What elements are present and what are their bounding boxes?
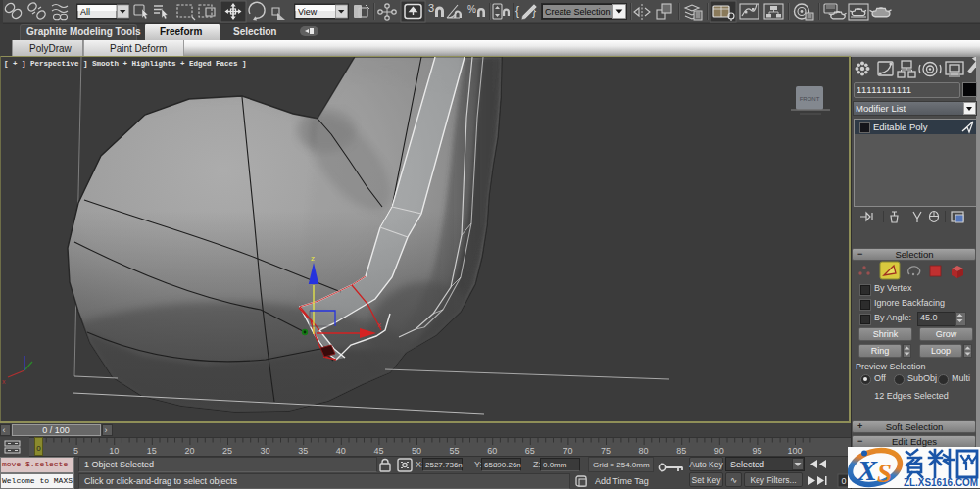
svg-text:95: 95 (752, 446, 761, 456)
svg-text:80: 80 (639, 446, 649, 456)
svg-text:x: x (377, 320, 381, 329)
svg-text:40: 40 (336, 446, 346, 456)
svg-text:75: 75 (601, 446, 611, 456)
svg-text:30: 30 (261, 446, 270, 456)
svg-text:35: 35 (298, 446, 308, 456)
svg-text:{: { (515, 4, 519, 18)
svg-text:45: 45 (373, 446, 383, 456)
svg-text:S: S (877, 459, 892, 488)
svg-text:65: 65 (525, 446, 535, 456)
svg-text:60: 60 (487, 446, 497, 456)
svg-text:25: 25 (222, 446, 232, 456)
svg-text:0: 0 (36, 444, 41, 453)
svg-text:ZL.XS1616.COM: ZL.XS1616.COM (904, 476, 978, 488)
svg-text:3: 3 (428, 2, 434, 14)
svg-text:x: x (2, 378, 6, 385)
svg-text:0: 0 (841, 476, 846, 486)
svg-text:90: 90 (714, 446, 724, 456)
svg-text:10: 10 (109, 446, 119, 456)
svg-text:View: View (298, 7, 318, 17)
svg-text:Create Selection Se: Create Selection Se (545, 7, 623, 17)
svg-text:5: 5 (74, 446, 78, 456)
svg-text:All: All (80, 7, 90, 17)
svg-text:20: 20 (184, 446, 194, 456)
svg-text:z: z (311, 254, 315, 263)
svg-text:100: 100 (787, 446, 802, 456)
svg-text:55: 55 (450, 446, 460, 456)
svg-text:70: 70 (563, 446, 572, 456)
svg-text:FRONT: FRONT (800, 96, 820, 102)
svg-text:85: 85 (676, 446, 686, 456)
svg-text:X: X (857, 454, 878, 486)
svg-text:50: 50 (412, 446, 421, 456)
svg-text:15: 15 (147, 446, 157, 456)
svg-text:%: % (467, 4, 476, 15)
